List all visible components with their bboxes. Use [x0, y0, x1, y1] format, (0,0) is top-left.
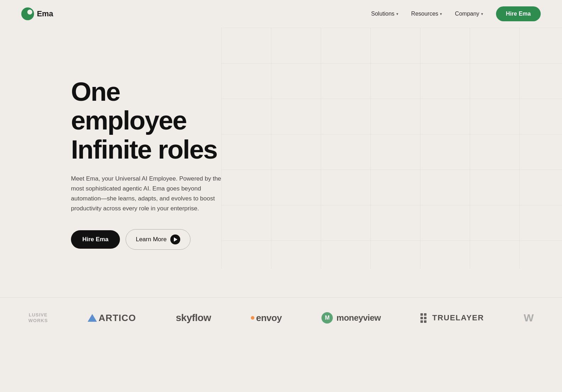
- partner-logo-bar: LUSIVEWORKS ARTICO skyflow envoy M money…: [0, 297, 562, 338]
- nav-resources[interactable]: Resources ▾: [411, 11, 442, 17]
- moneyview-icon: M: [321, 312, 333, 324]
- hero-buttons: Hire Ema Learn More: [71, 229, 241, 250]
- nav-solutions[interactable]: Solutions ▾: [371, 11, 398, 17]
- navbar: Ema Solutions ▾ Resources ▾ Company ▾ Hi…: [0, 0, 562, 28]
- logo-text: Ema: [37, 9, 53, 18]
- partner-truelayer: TRUELAYER: [420, 313, 484, 323]
- nav-hire-ema-button[interactable]: Hire Ema: [496, 6, 541, 21]
- logo-icon: [21, 7, 34, 20]
- hero-hire-ema-button[interactable]: Hire Ema: [71, 230, 120, 249]
- chevron-down-icon: ▾: [440, 12, 442, 16]
- hero-description: Meet Ema, your Universal AI Employee. Po…: [71, 174, 227, 214]
- partner-w-partial: W: [524, 312, 534, 324]
- play-icon: [170, 234, 180, 244]
- partner-envoy: envoy: [251, 313, 282, 324]
- logo[interactable]: Ema: [21, 7, 53, 20]
- hero-content: One employee Infinite roles Meet Ema, yo…: [0, 56, 241, 250]
- nav-links: Solutions ▾ Resources ▾ Company ▾ Hire E…: [371, 6, 541, 21]
- artico-triangle-icon: [88, 314, 97, 322]
- chevron-down-icon: ▾: [396, 12, 398, 16]
- chevron-down-icon: ▾: [481, 12, 483, 16]
- svg-rect-0: [221, 28, 562, 269]
- hero-section: One employee Infinite roles Meet Ema, yo…: [0, 28, 562, 283]
- hero-learn-more-button[interactable]: Learn More: [126, 229, 191, 250]
- partner-lusive: LUSIVEWORKS: [28, 312, 48, 323]
- partner-moneyview: M moneyview: [321, 312, 381, 324]
- nav-company[interactable]: Company ▾: [455, 11, 483, 17]
- hero-title: One employee Infinite roles: [71, 77, 241, 164]
- partner-artico: ARTICO: [88, 313, 136, 324]
- truelayer-icon: [420, 313, 426, 323]
- envoy-dot-icon: [251, 316, 254, 320]
- partner-skyflow: skyflow: [176, 312, 211, 324]
- grid-background: [221, 28, 562, 269]
